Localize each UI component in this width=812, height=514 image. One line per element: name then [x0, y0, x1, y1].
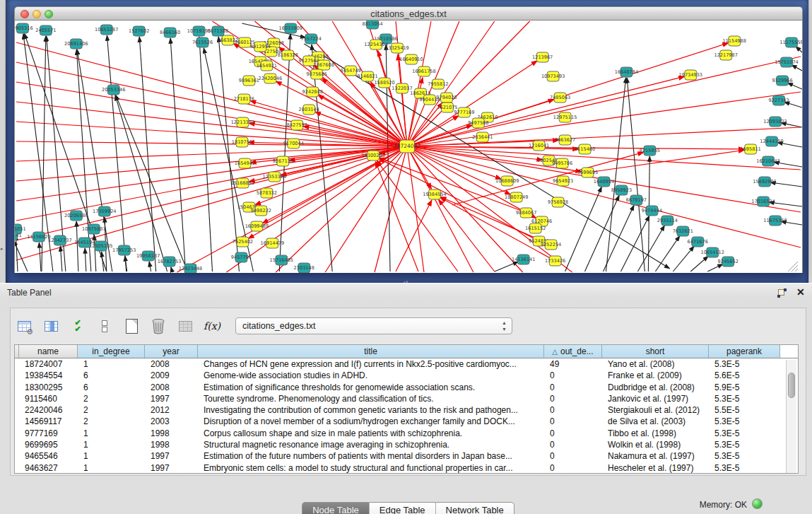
function-builder-button[interactable]: f(x) [203, 317, 221, 335]
table-cell[interactable]: Investigating the contribution of common… [198, 404, 544, 416]
table-cell[interactable]: 5.3E-5 [709, 416, 780, 427]
table-cell[interactable]: 22420046 [19, 404, 78, 416]
graph-node[interactable]: 12342737 [48, 235, 71, 245]
graph-node[interactable]: 12217987 [714, 50, 737, 60]
graph-node[interactable]: 12213394 [231, 117, 254, 127]
graph-node[interactable]: 13325419 [385, 43, 408, 53]
left-edge-marker[interactable]: ▸ [1, 246, 4, 252]
graph-node[interactable]: 16961758 [412, 66, 435, 76]
table-cell[interactable]: Embryonic stem cells: a model to study s… [198, 462, 544, 474]
table-cell[interactable]: 0 [544, 382, 602, 393]
table-cell[interactable]: 0 [544, 416, 602, 427]
table-cell[interactable]: 5.3E-5 [709, 450, 780, 462]
graph-node[interactable]: 9896361 [239, 76, 259, 86]
table-cell[interactable]: 18724007 [19, 358, 78, 370]
float-window-icon[interactable] [777, 288, 787, 298]
graph-node[interactable]: 9115460 [575, 144, 595, 154]
table-cell[interactable]: 9699695 [19, 439, 78, 450]
graph-node[interactable]: 1810755 [232, 137, 252, 147]
scrollbar-thumb[interactable] [788, 373, 795, 398]
graph-node[interactable]: 9242848 [302, 87, 323, 97]
table-row[interactable]: 969969511998Structural magnetic resonanc… [15, 439, 798, 450]
column-header-year[interactable]: year [145, 345, 198, 358]
graph-node[interactable]: 16210643 [756, 156, 779, 166]
table-cell[interactable]: 2012 [145, 404, 198, 416]
graph-node[interactable]: 15751074 [775, 57, 798, 67]
graph-node[interactable]: 8427552 [287, 120, 307, 130]
table-cell[interactable]: 5.6E-5 [709, 370, 780, 381]
graph-node[interactable]: 16640910 [399, 54, 423, 64]
table-cell[interactable]: 5.5E-5 [709, 404, 780, 416]
graph-node[interactable]: 7557224 [301, 34, 322, 44]
column-header-out_de[interactable]: △out_de... [544, 345, 602, 358]
table-row[interactable]: 2242004622012Investigating the contribut… [15, 404, 798, 416]
graph-node[interactable]: 15692991 [753, 177, 776, 187]
network-canvas[interactable]: 9905316240557120691406106532871527602846… [14, 21, 803, 273]
table-cell[interactable]: 1 [78, 439, 145, 450]
network-graph[interactable]: 9905316240557120691406106532871527602846… [15, 21, 802, 273]
table-cell[interactable]: Hescheler et al. (1997) [602, 462, 709, 474]
graph-node[interactable]: 1216041 [529, 141, 549, 151]
graph-node[interactable]: 20691406 [64, 39, 88, 49]
table-cell[interactable]: 5.3E-5 [709, 439, 780, 450]
table-cell[interactable]: 1997 [145, 462, 198, 474]
graph-node[interactable]: 9699695 [577, 168, 598, 177]
graph-node[interactable]: 9227343 [768, 95, 789, 105]
graph-node[interactable]: 17359924 [93, 206, 116, 216]
table-cell[interactable]: Dudbridge et al. (2008) [602, 382, 709, 393]
table-cell[interactable]: Tibbo et al. (1998) [602, 428, 709, 439]
table-selector-dropdown[interactable]: citations_edges.txt ▲▼ [235, 317, 512, 334]
graph-node[interactable]: 6471676 [688, 237, 708, 247]
table-cell[interactable]: Tourette syndrome. Phenomenology and cla… [198, 393, 544, 404]
table-row[interactable]: 946362711997Embryonic stem cells: a mode… [15, 462, 798, 474]
graph-node[interactable]: 22420046 [259, 74, 282, 83]
memory-ok-indicator-icon[interactable] [752, 498, 763, 509]
table-cell[interactable]: 19384554 [19, 370, 78, 381]
graph-node[interactable]: 8671388 [208, 26, 228, 36]
table-cell[interactable]: Estimation of significance thresholds fo… [198, 382, 544, 393]
table-cell[interactable]: 2008 [145, 382, 198, 393]
graph-node[interactable]: 7955812 [428, 79, 448, 89]
table-cell[interactable]: Corpus callosum shape and size in male p… [198, 428, 544, 439]
table-cell[interactable]: 2009 [145, 370, 198, 381]
graph-node[interactable]: 7625402 [233, 237, 253, 247]
table-cell[interactable]: 1 [78, 428, 145, 439]
table-cell[interactable]: 1997 [145, 450, 198, 462]
table-cell[interactable]: 9465546 [19, 450, 78, 462]
graph-node[interactable]: 9170044 [283, 139, 304, 148]
table-cell[interactable]: Stergiakouli et al. (2012) [602, 404, 709, 416]
table-cell[interactable]: 5.3E-5 [709, 393, 780, 404]
table-cell[interactable]: 0 [544, 439, 602, 450]
show-column-button[interactable] [42, 317, 60, 335]
column-header-name[interactable]: name [19, 345, 78, 358]
table-cell[interactable]: 2003 [145, 416, 198, 427]
column-header-pagerank[interactable]: pagerank [709, 345, 780, 358]
graph-node[interactable]: 10654112 [701, 247, 724, 257]
table-cell[interactable]: 5.3E-5 [709, 358, 780, 370]
select-all-columns-button[interactable]: ✔✔ [69, 317, 87, 335]
graph-node[interactable]: 10688609 [495, 176, 519, 186]
table-cell[interactable]: 14569117 [19, 416, 78, 427]
graph-node[interactable]: 12444150 [760, 136, 783, 146]
table-cell[interactable]: Disruption of a novel member of a sodium… [198, 416, 544, 427]
graph-node[interactable]: 15716485 [270, 255, 293, 265]
table-row[interactable]: 1456911722003Disruption of a novel membe… [15, 416, 798, 427]
unselect-all-columns-button[interactable] [95, 317, 114, 335]
graph-node[interactable]: 2405571 [35, 25, 56, 35]
table-cell[interactable]: Yano et al. (2008) [602, 358, 709, 370]
graph-node[interactable]: 16099489 [245, 221, 269, 231]
table-cell[interactable]: Changes of HCN gene expression and I(f) … [198, 358, 544, 370]
column-header-in_degree[interactable]: in_degree [78, 345, 145, 358]
table-mode-button[interactable]: ⚙ [15, 317, 33, 335]
graph-node[interactable]: 11675358 [763, 216, 787, 226]
table-cell[interactable]: Franke et al. (2009) [602, 370, 709, 381]
table-cell[interactable]: 1 [78, 462, 145, 474]
graph-node[interactable]: 7485063 [550, 93, 570, 103]
column-header-short[interactable]: short [602, 345, 709, 358]
table-cell[interactable]: 5.3E-5 [709, 428, 780, 439]
graph-node[interactable]: 7632621 [673, 226, 693, 236]
graph-node[interactable]: 2336441 [472, 132, 493, 142]
table-row[interactable]: 1872400712008Changes of HCN gene express… [15, 358, 798, 370]
table-row[interactable]: 911546021997Tourette syndrome. Phenomeno… [15, 393, 798, 404]
graph-node[interactable]: 2718176 [234, 94, 254, 104]
